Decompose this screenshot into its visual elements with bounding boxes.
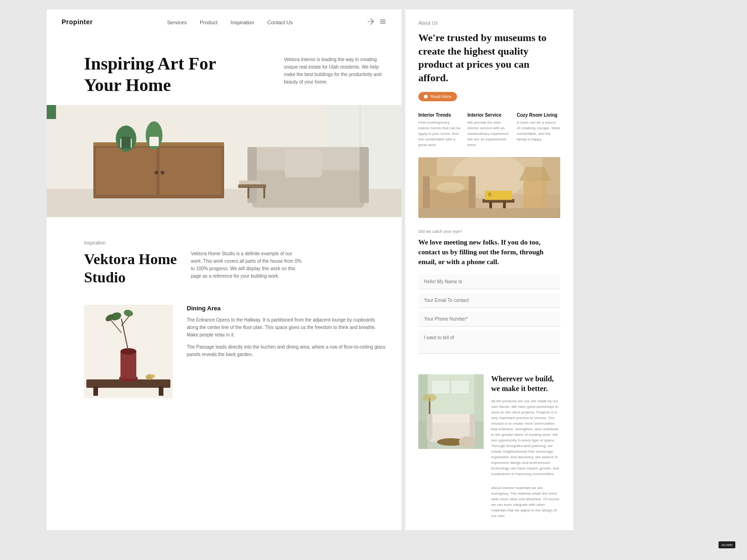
hero-image bbox=[47, 105, 402, 217]
hero-description: Vektora Interior is leading the way in c… bbox=[284, 53, 387, 86]
svg-rect-23 bbox=[285, 149, 322, 177]
svg-rect-58 bbox=[524, 181, 547, 213]
svg-rect-24 bbox=[238, 184, 266, 188]
dining-desc-1: The Entrance Opens to the Hallway. It is… bbox=[187, 316, 387, 339]
nav-services[interactable]: Services bbox=[167, 20, 187, 25]
svg-rect-57 bbox=[488, 193, 492, 196]
build-text: Wherever we build, we make it better. Al… bbox=[491, 374, 560, 519]
hero-image-container: Next Prev bbox=[47, 105, 402, 217]
about-title: We're trusted by museums to create the h… bbox=[418, 31, 560, 84]
name-input[interactable] bbox=[418, 274, 560, 289]
hero-section: Inspiring Art For Your Home Vektora Inte… bbox=[47, 35, 402, 105]
svg-rect-25 bbox=[247, 187, 249, 198]
hero-title: Inspiring Art For Your Home bbox=[84, 53, 265, 96]
contact-section: Did we catch your eye? We love meeting n… bbox=[418, 229, 560, 365]
svg-rect-0 bbox=[380, 20, 386, 20]
svg-rect-63 bbox=[418, 374, 428, 449]
orange-dot-icon bbox=[424, 95, 428, 98]
service-desc-cozy: A room can be a source of creativity, es… bbox=[517, 120, 560, 142]
service-title-service: Interior Service bbox=[467, 112, 511, 118]
service-title-trends: Interior Trends bbox=[418, 112, 462, 118]
build-desc-2: About exterior materials we are exemplar… bbox=[491, 485, 560, 519]
inspiration-content: Vektora Home Studio Vektora Home Studio … bbox=[84, 250, 387, 286]
service-item-service: Interior Service We provide the best int… bbox=[467, 112, 511, 148]
svg-rect-2 bbox=[380, 23, 386, 23]
share-icon[interactable] bbox=[367, 18, 374, 26]
dining-text: Dining Area The Entrance Opens to the Ha… bbox=[187, 305, 387, 363]
living-room-image bbox=[418, 374, 484, 449]
svg-rect-26 bbox=[263, 187, 265, 198]
room-image bbox=[418, 157, 560, 218]
svg-rect-22 bbox=[359, 147, 369, 203]
svg-rect-33 bbox=[120, 351, 136, 378]
bottom-section: Dining Area The Entrance Opens to the Ha… bbox=[47, 295, 402, 407]
svg-rect-10 bbox=[160, 148, 222, 195]
menu-icon[interactable] bbox=[379, 18, 387, 26]
left-panel: Propinter Services Product Inspiration C… bbox=[47, 9, 402, 530]
phone-input[interactable] bbox=[418, 312, 560, 327]
svg-rect-50 bbox=[423, 176, 430, 211]
contact-eyebrow: Did we catch your eye? bbox=[418, 229, 560, 234]
contact-title: We love meeting new folks. If you do too… bbox=[418, 238, 560, 267]
read-more-button[interactable]: Read More bbox=[418, 92, 457, 101]
svg-rect-60 bbox=[418, 209, 560, 218]
bottom-right-section: Wherever we build, we make it better. Al… bbox=[418, 374, 560, 519]
message-input[interactable] bbox=[418, 330, 560, 354]
build-desc-1: All the products we use are made by our … bbox=[491, 399, 560, 477]
svg-rect-51 bbox=[469, 176, 476, 211]
svg-point-11 bbox=[155, 171, 158, 175]
svg-rect-72 bbox=[470, 414, 475, 440]
nav-links: Services Product Inspiration Contact Us bbox=[167, 18, 293, 26]
svg-rect-65 bbox=[432, 381, 449, 393]
nav-inspiration[interactable]: Inspiration bbox=[231, 20, 254, 25]
service-title-cozy: Cozy Room Living bbox=[517, 112, 560, 118]
svg-rect-31 bbox=[159, 386, 163, 396]
nav-icons bbox=[367, 18, 387, 26]
svg-rect-71 bbox=[427, 414, 432, 440]
svg-point-52 bbox=[437, 182, 464, 194]
svg-rect-30 bbox=[93, 386, 98, 396]
navbar: Propinter Services Product Inspiration C… bbox=[47, 9, 402, 35]
services-grid: Interior Trends Find contemporary interi… bbox=[418, 112, 560, 148]
vase-image bbox=[84, 305, 173, 398]
svg-rect-1 bbox=[380, 21, 386, 22]
inspiration-tag: Inspiration bbox=[84, 240, 387, 245]
nav-product[interactable]: Product bbox=[200, 20, 218, 25]
svg-rect-70 bbox=[430, 414, 472, 423]
service-item-cozy: Cozy Room Living A room can be a source … bbox=[517, 112, 560, 148]
svg-point-68 bbox=[423, 394, 437, 401]
page-wrapper: Propinter Services Product Inspiration C… bbox=[47, 9, 700, 530]
brand-logo: Propinter bbox=[62, 18, 93, 26]
inspiration-title: Vektora Home Studio bbox=[84, 250, 177, 286]
watermark: ui.com bbox=[719, 541, 735, 548]
svg-rect-64 bbox=[474, 374, 484, 449]
service-item-trends: Interior Trends Find contemporary interi… bbox=[418, 112, 462, 148]
svg-rect-9 bbox=[96, 148, 156, 195]
build-title: Wherever we build, we make it better. bbox=[491, 374, 560, 394]
inspiration-description: Vektora Home Studio is a definite exampl… bbox=[191, 250, 303, 286]
svg-rect-18 bbox=[149, 137, 159, 146]
svg-rect-14 bbox=[47, 105, 56, 119]
dining-desc-2: The Passage leads directly into the kuch… bbox=[187, 343, 387, 358]
svg-point-12 bbox=[161, 171, 164, 175]
svg-point-42 bbox=[150, 374, 155, 378]
svg-point-74 bbox=[459, 436, 476, 448]
inspiration-section: Inspiration Vektora Home Studio Vektora … bbox=[47, 226, 402, 295]
svg-rect-16 bbox=[121, 137, 131, 148]
email-input[interactable] bbox=[418, 293, 560, 308]
dining-title: Dining Area bbox=[187, 305, 387, 312]
service-desc-trends: Find contemporary interior trends that c… bbox=[418, 120, 462, 148]
svg-rect-66 bbox=[452, 381, 468, 393]
about-label: About Us bbox=[418, 21, 560, 26]
svg-rect-27 bbox=[239, 181, 260, 184]
hero-text: Inspiring Art For Your Home bbox=[84, 53, 265, 96]
right-panel: About Us We're trusted by museums to cre… bbox=[405, 9, 573, 530]
interior-scene bbox=[47, 105, 402, 217]
nav-contact[interactable]: Contact Us bbox=[268, 20, 293, 25]
service-desc-service: We provide the best interior service wit… bbox=[467, 120, 511, 148]
